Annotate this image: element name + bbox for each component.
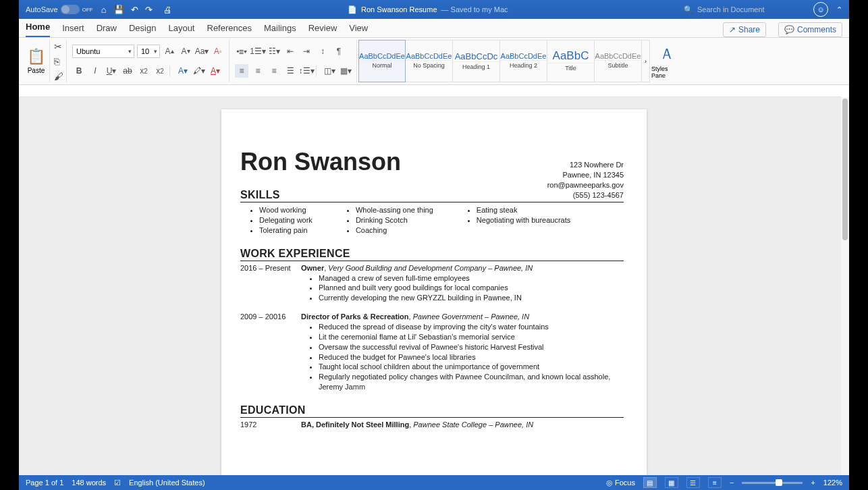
user-account-icon[interactable]: ☺ [813,2,828,17]
styles-pane-icon[interactable]: Ａ [659,44,674,64]
comment-icon: 💬 [784,25,794,34]
superscript-button[interactable]: x2 [153,64,167,78]
save-status: — Saved to my Mac [441,5,508,13]
page-indicator[interactable]: Page 1 of 1 [26,479,63,487]
doc-title: Ron Swanson Resume [361,5,437,13]
skills-columns: Wood workingDelegating workTolerating pa… [240,202,624,236]
tab-design[interactable]: Design [129,20,156,37]
job-entry: 2009 – 20016 Director of Parks & Recreat… [240,310,624,392]
numbering-icon[interactable]: 1☰▾ [251,45,265,58]
comments-button[interactable]: 💬Comments [778,22,842,37]
horizontal-ruler[interactable] [19,85,841,97]
underline-button[interactable]: U▾ [105,64,118,78]
increase-font-icon[interactable]: A▴ [163,45,176,58]
focus-mode-button[interactable]: ◎ Focus [606,479,635,487]
vertical-scrollbar[interactable] [841,97,849,475]
education-entry: 1972 BA, Definitely Not Steel Milling, P… [240,418,624,429]
autosave-toggle[interactable]: AutoSave OFF [26,5,93,14]
style-no-spacing[interactable]: AaBbCcDdEeNo Spacing [406,40,453,82]
subscript-button[interactable]: x2 [137,64,151,78]
share-icon: ↗ [729,25,736,34]
search-icon: 🔍 [684,5,693,14]
style-subtitle[interactable]: AaBbCcDdEeSubtitle [595,40,642,82]
undo-icon[interactable]: ↶ [131,5,138,15]
paragraph-marks-icon[interactable]: ¶ [332,45,346,58]
cut-icon[interactable]: ✂ [54,41,63,52]
job-entry: 2016 – Present Owner, Very Good Building… [240,261,624,304]
document-area: ↓ 123 Nowhere Dr Pawnee, IN 12345 ron@pa… [19,97,849,475]
draft-view-icon[interactable]: ≡ [708,477,722,488]
italic-button[interactable]: I [88,64,102,78]
tab-references[interactable]: References [207,20,252,37]
font-color-icon[interactable]: A▾ [209,64,222,78]
redo-icon[interactable]: ↷ [145,5,153,15]
doc-icon: 📄 [348,5,357,14]
copy-icon[interactable]: ⎘ [54,56,63,67]
ribbon-tabs: Home Insert Draw Design Layout Reference… [19,19,849,38]
shading-icon[interactable]: ◫▾ [323,64,336,78]
strikethrough-button[interactable]: ab [121,64,134,78]
print-layout-view-icon[interactable]: ▤ [643,477,657,488]
align-left-icon[interactable]: ≡ [235,64,248,78]
tab-review[interactable]: Review [308,20,337,37]
home-icon[interactable]: ⌂ [101,5,107,15]
status-bar: Page 1 of 1 148 words ☑ English (United … [19,475,849,490]
zoom-level[interactable]: 122% [823,479,842,487]
increase-indent-icon[interactable]: ⇥ [300,45,313,58]
zoom-slider[interactable] [742,482,803,484]
bold-button[interactable]: B [72,64,86,78]
align-justify-icon[interactable]: ☰ [283,64,297,78]
style-heading-2[interactable]: AaBbCcDdEeHeading 2 [500,40,547,82]
align-right-icon[interactable]: ≡ [267,64,281,78]
tab-draw[interactable]: Draw [97,20,117,37]
multilevel-icon[interactable]: ☷▾ [267,45,281,58]
tab-layout[interactable]: Layout [168,20,194,37]
style-normal[interactable]: AaBbCcDdEeNormal [358,40,406,82]
styles-pane-label: Styles Pane [651,65,682,79]
zoom-out-button[interactable]: − [730,479,734,487]
word-count[interactable]: 148 words [72,479,106,487]
paste-icon[interactable]: 📋 [27,48,45,65]
zoom-in-button[interactable]: + [811,479,815,487]
save-icon[interactable]: 💾 [113,5,124,15]
document-page[interactable]: 123 Nowhere Dr Pawnee, IN 12345 ron@pawn… [221,109,647,475]
style-heading-1[interactable]: AaBbCcDcHeading 1 [453,40,500,82]
work-heading: WORK EXPERIENCE [240,248,624,261]
tab-home[interactable]: Home [26,19,50,37]
contact-block: 123 Nowhere Dr Pawnee, IN 12345 ron@pawn… [547,160,624,200]
bullets-icon[interactable]: ⦁☰▾ [235,45,248,58]
highlight-icon[interactable]: 🖍▾ [192,64,206,78]
print-icon[interactable]: 🖨 [163,5,172,15]
title-bar: AutoSave OFF ⌂ 💾 ↶ ↷ 🖨 📄 Ron Swanson Res… [19,0,849,19]
share-button[interactable]: ↗Share [723,22,766,37]
clear-format-icon[interactable]: A◦ [211,45,225,58]
format-painter-icon[interactable]: 🖌 [54,71,63,82]
change-case-icon[interactable]: Aa▾ [195,45,209,58]
sort-icon[interactable]: ↕ [316,45,329,58]
style-title[interactable]: AaBbCTitle [547,40,595,82]
paste-label: Paste [28,67,45,74]
autosave-switch-icon [61,5,80,14]
borders-icon[interactable]: ▦▾ [339,64,352,78]
text-effects-icon[interactable]: A▾ [176,64,190,78]
font-name-select[interactable]: Ubuntu [72,45,134,58]
search-box[interactable]: 🔍 Search in Document [684,5,805,14]
language-indicator[interactable]: English (United States) [129,479,205,487]
line-spacing-icon[interactable]: ↕☰▾ [300,64,313,78]
font-size-select[interactable]: 10 [137,45,160,58]
ribbon: 📋 Paste ✂ ⎘ 🖌 Ubuntu 10 A▴ A▾ Aa▾ A◦ B [19,38,849,85]
tab-view[interactable]: View [349,20,368,37]
styles-gallery: AaBbCcDdEeNormal AaBbCcDdEeNo Spacing Aa… [358,40,650,82]
decrease-font-icon[interactable]: A▾ [179,45,192,58]
tab-mailings[interactable]: Mailings [264,20,296,37]
web-layout-view-icon[interactable]: ▦ [665,477,678,488]
align-center-icon[interactable]: ≡ [251,64,265,78]
styles-expand-icon[interactable]: › [642,40,650,82]
outline-view-icon[interactable]: ☰ [686,477,700,488]
education-heading: EDUCATION [240,404,624,418]
ribbon-chevron-icon[interactable]: ⌃ [836,5,842,14]
spellcheck-icon[interactable]: ☑ [114,479,121,487]
decrease-indent-icon[interactable]: ⇤ [283,45,297,58]
tab-insert[interactable]: Insert [62,20,84,37]
